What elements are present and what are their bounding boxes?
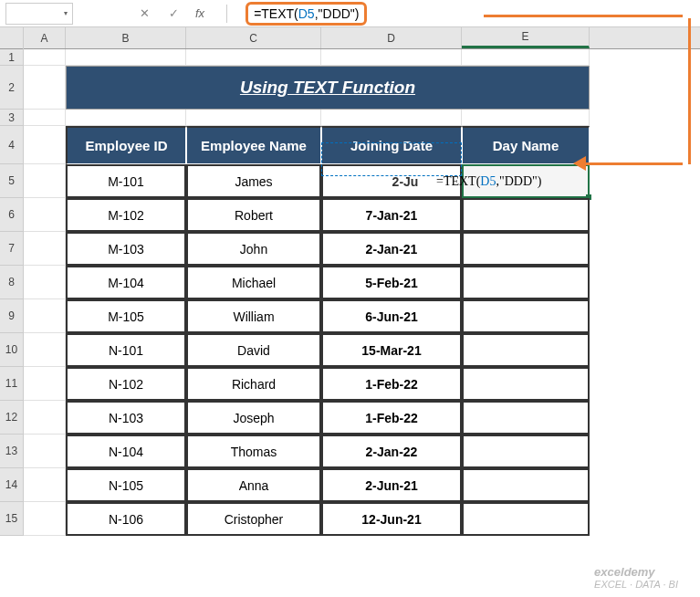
data-cell[interactable]: Robert — [186, 198, 321, 232]
data-cell[interactable]: 7-Jan-21 — [321, 198, 462, 232]
data-cell[interactable]: Anna — [186, 468, 321, 502]
data-cell[interactable]: 2-Jan-21 — [321, 232, 462, 266]
header-join-date[interactable]: Joining Date — [321, 126, 462, 164]
row-header[interactable]: 12 — [0, 401, 23, 435]
row-header[interactable]: 5 — [0, 164, 23, 198]
data-cell[interactable]: Michael — [186, 266, 321, 299]
data-cell[interactable]: Richard — [186, 367, 321, 401]
data-cell[interactable]: 2-Jun-21 — [321, 468, 462, 502]
data-cell[interactable]: 2-Jan-22 — [321, 435, 462, 468]
data-cell[interactable] — [462, 266, 590, 299]
data-cell[interactable]: Cristopher — [186, 502, 321, 536]
data-cell[interactable]: 15-Mar-21 — [321, 333, 462, 367]
data-cell[interactable]: James — [186, 164, 321, 198]
data-cell[interactable]: N-101 — [66, 333, 186, 367]
data-cell[interactable] — [462, 232, 590, 266]
data-cell[interactable]: N-104 — [66, 435, 186, 468]
cell[interactable] — [24, 468, 66, 502]
data-cell[interactable]: M-102 — [66, 198, 186, 232]
cell[interactable] — [24, 401, 66, 435]
row-header[interactable]: 10 — [0, 333, 23, 367]
fx-label[interactable]: fx — [195, 6, 210, 20]
row-header[interactable]: 14 — [0, 468, 23, 502]
cell[interactable] — [24, 435, 66, 468]
row-header[interactable]: 1 — [0, 49, 23, 66]
formula-input[interactable]: =TEXT(D5,"DDD") — [236, 2, 700, 26]
cell[interactable] — [24, 232, 66, 266]
row-header[interactable]: 4 — [0, 126, 23, 164]
data-cell[interactable] — [462, 198, 590, 232]
data-cell[interactable]: 6-Jun-21 — [321, 299, 462, 333]
data-cell[interactable]: M-103 — [66, 232, 186, 266]
header-emp-id[interactable]: Employee ID — [66, 126, 186, 164]
data-cell[interactable]: 1-Feb-22 — [321, 401, 462, 435]
cell[interactable] — [462, 110, 590, 126]
data-cell[interactable] — [462, 367, 590, 401]
title-cell[interactable]: Using TEXT Function — [66, 66, 590, 110]
cell[interactable] — [24, 367, 66, 401]
row-header[interactable]: 2 — [0, 66, 23, 110]
header-day-name[interactable]: Day Name — [462, 126, 590, 164]
cell[interactable] — [66, 110, 186, 126]
data-cell[interactable]: 5-Feb-21 — [321, 266, 462, 299]
row-header[interactable]: 8 — [0, 266, 23, 299]
select-all-corner[interactable] — [0, 27, 23, 49]
header-emp-name[interactable]: Employee Name — [186, 126, 321, 164]
data-cell[interactable] — [462, 435, 590, 468]
cell[interactable] — [24, 164, 66, 198]
selected-cell-e5[interactable]: =TEXT(D5,"DDD") — [462, 164, 590, 198]
cell[interactable] — [186, 49, 321, 66]
data-cell[interactable] — [462, 502, 590, 536]
data-cell[interactable]: M-105 — [66, 299, 186, 333]
cell[interactable] — [24, 126, 66, 164]
col-header[interactable]: C — [186, 27, 321, 48]
data-cell[interactable]: 1-Feb-22 — [321, 367, 462, 401]
cell[interactable] — [462, 49, 590, 66]
formula-text: ,"DDD") — [315, 6, 360, 21]
data-cell[interactable]: Thomas — [186, 435, 321, 468]
row-header[interactable]: 9 — [0, 299, 23, 333]
cell[interactable] — [66, 49, 186, 66]
row-header[interactable]: 3 — [0, 110, 23, 126]
cell[interactable] — [24, 299, 66, 333]
data-cell[interactable]: 12-Jun-21 — [321, 502, 462, 536]
cell[interactable] — [24, 333, 66, 367]
name-box[interactable]: ▾ — [5, 3, 73, 25]
row-header[interactable]: 11 — [0, 367, 23, 401]
data-cell[interactable] — [462, 333, 590, 367]
data-cell[interactable]: N-106 — [66, 502, 186, 536]
column-headers: A B C D E — [24, 27, 700, 49]
data-cell[interactable] — [462, 468, 590, 502]
cell[interactable] — [186, 110, 321, 126]
cell[interactable] — [24, 110, 66, 126]
col-header-selected[interactable]: E — [462, 27, 590, 48]
data-cell[interactable]: John — [186, 232, 321, 266]
cell[interactable] — [24, 266, 66, 299]
cell[interactable] — [24, 49, 66, 66]
col-header[interactable]: A — [24, 27, 66, 48]
cell[interactable] — [24, 66, 66, 110]
row-header[interactable]: 7 — [0, 232, 23, 266]
data-cell[interactable]: David — [186, 333, 321, 367]
row-header[interactable]: 15 — [0, 502, 23, 536]
data-cell[interactable]: Joseph — [186, 401, 321, 435]
cell[interactable] — [321, 110, 462, 126]
cancel-icon[interactable]: ✕ — [137, 6, 151, 20]
col-header[interactable]: D — [321, 27, 462, 48]
row-header[interactable]: 6 — [0, 198, 23, 232]
data-cell[interactable]: M-101 — [66, 164, 186, 198]
data-cell[interactable]: N-103 — [66, 401, 186, 435]
confirm-icon[interactable]: ✓ — [166, 6, 181, 20]
col-header[interactable]: B — [66, 27, 186, 48]
row-header[interactable]: 13 — [0, 435, 23, 468]
data-cell[interactable]: M-104 — [66, 266, 186, 299]
data-cell[interactable]: N-102 — [66, 367, 186, 401]
data-cell[interactable] — [462, 401, 590, 435]
data-cell[interactable]: William — [186, 299, 321, 333]
cell[interactable] — [321, 49, 462, 66]
data-cell[interactable]: N-105 — [66, 468, 186, 502]
cell[interactable] — [24, 502, 66, 536]
cell[interactable] — [24, 198, 66, 232]
dropdown-icon[interactable]: ▾ — [59, 9, 72, 17]
data-cell[interactable] — [462, 299, 590, 333]
